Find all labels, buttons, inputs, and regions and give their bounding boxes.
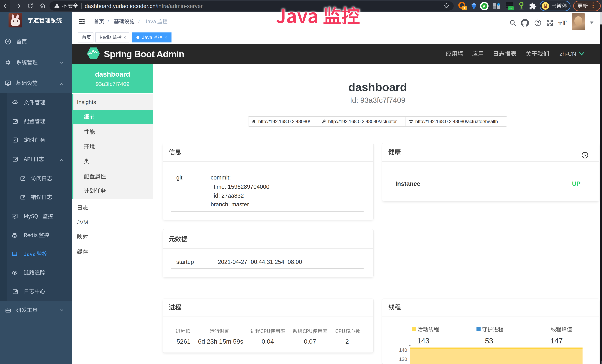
svg-text:1: 1 [463, 7, 465, 10]
svg-text:on: on [509, 7, 512, 10]
